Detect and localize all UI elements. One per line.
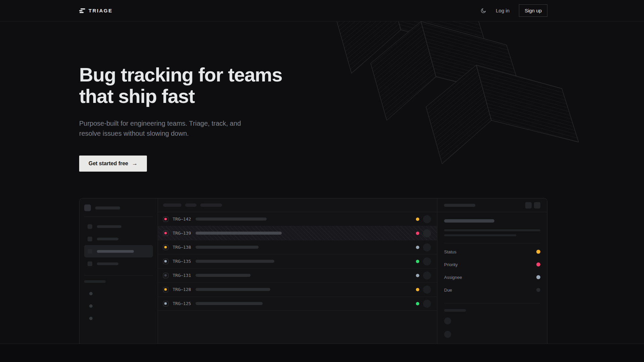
property-label: Status xyxy=(444,249,457,254)
status-dot xyxy=(416,260,419,263)
property-value-dot xyxy=(536,288,540,292)
property-label: Assignee xyxy=(444,275,462,280)
top-nav: TRIAGE Log in Sign up xyxy=(0,0,644,21)
nav-label-skeleton xyxy=(97,250,134,253)
mockup-sidebar xyxy=(79,198,158,344)
detail-action-button-placeholder xyxy=(525,202,532,208)
issue-title-skeleton xyxy=(196,288,270,291)
signup-button[interactable]: Sign up xyxy=(519,4,547,17)
workspace-avatar-placeholder xyxy=(84,204,91,211)
property-row: Due xyxy=(444,284,540,296)
hero-title-line1: Bug tracking for teams xyxy=(79,64,282,85)
sidebar-divider xyxy=(84,275,153,276)
detail-header-skeleton xyxy=(444,204,475,207)
sidebar-nav-item xyxy=(84,257,153,270)
hero-subtitle-line1: Purpose-built for engineering teams. Tri… xyxy=(79,120,241,127)
mockup-workspace-row xyxy=(84,204,153,211)
status-dot xyxy=(416,288,419,291)
brand-name: TRIAGE xyxy=(89,8,113,13)
detail-divider xyxy=(444,303,540,303)
nav-label-skeleton xyxy=(97,262,118,265)
get-started-button[interactable]: Get started free → xyxy=(79,156,147,172)
mockup-detail-panel: Status Priority Assignee Due xyxy=(437,198,547,344)
issue-type-icon xyxy=(163,259,168,264)
detail-section-skeleton xyxy=(444,309,466,312)
arrow-right-icon: → xyxy=(132,160,138,167)
brand-logo[interactable]: TRIAGE xyxy=(79,8,113,14)
hero-title-line2: that ship fast xyxy=(79,85,195,107)
issue-id: TRG–128 xyxy=(173,287,194,292)
footer xyxy=(0,344,644,362)
detail-action-button-placeholder xyxy=(534,202,540,208)
issue-title-skeleton xyxy=(196,246,259,249)
detail-title-skeleton xyxy=(444,219,494,223)
issue-row: TRG–138 xyxy=(158,240,437,254)
theme-toggle-moon-icon[interactable] xyxy=(480,8,486,14)
property-value-dot xyxy=(536,250,540,254)
detail-header xyxy=(437,198,547,212)
detail-body: Status Priority Assignee Due xyxy=(437,219,547,338)
issue-type-icon xyxy=(163,301,168,306)
issue-type-icon xyxy=(163,245,168,250)
sidebar-divider xyxy=(84,217,153,217)
status-dot xyxy=(416,218,419,221)
sidebar-nav-item xyxy=(84,220,153,233)
assignee-avatar xyxy=(423,300,431,308)
status-dot xyxy=(416,302,419,305)
issue-id: TRG–138 xyxy=(173,245,194,250)
toolbar-pill-skeleton xyxy=(200,203,222,207)
property-value-dot xyxy=(536,262,540,266)
issue-id: TRG–125 xyxy=(173,301,194,306)
hero-subtitle-line2: resolve issues without slowing down. xyxy=(79,130,189,137)
nav-icon-placeholder xyxy=(88,261,92,266)
nav-actions: Log in Sign up xyxy=(480,4,547,17)
property-row: Status xyxy=(444,245,540,258)
status-dot xyxy=(416,274,419,277)
issue-title-skeleton xyxy=(196,302,263,305)
nav-label-skeleton xyxy=(97,225,121,228)
property-label: Due xyxy=(444,288,452,293)
issue-title-skeleton xyxy=(196,274,251,277)
issue-id: TRG–139 xyxy=(173,231,194,236)
comment-avatar-placeholder xyxy=(444,317,451,324)
issue-row: TRG–125 xyxy=(158,297,437,311)
assignee-avatar xyxy=(423,257,431,265)
issue-title-skeleton xyxy=(196,232,282,235)
login-link[interactable]: Log in xyxy=(496,8,509,13)
toolbar-pill-skeleton xyxy=(163,203,181,207)
issue-type-icon xyxy=(163,217,168,222)
issue-row: TRG–135 xyxy=(158,254,437,268)
issue-type-icon xyxy=(163,231,168,236)
get-started-label: Get started free xyxy=(89,161,128,167)
hero-section: Bug tracking for teams that ship fast Pu… xyxy=(0,21,644,344)
sidebar-section-label-skeleton xyxy=(84,280,106,283)
sidebar-dot-placeholder xyxy=(89,292,93,295)
toolbar-pill-skeleton xyxy=(185,203,197,207)
sidebar-dot-placeholder xyxy=(89,317,93,320)
app-mockup: TRG–142 TRG–139 TRG–138 xyxy=(79,198,547,344)
assignee-avatar xyxy=(423,272,431,280)
issue-id: TRG–142 xyxy=(173,217,194,222)
issue-type-icon xyxy=(163,287,168,292)
assignee-avatar xyxy=(423,215,431,223)
property-value-dot xyxy=(536,275,540,279)
detail-text-skeleton xyxy=(444,229,540,231)
issue-row: TRG–142 xyxy=(158,212,437,226)
assignee-avatar xyxy=(423,229,431,237)
property-row: Assignee xyxy=(444,271,540,284)
issue-title-skeleton xyxy=(196,218,267,221)
sidebar-nav-item xyxy=(84,233,153,245)
hero-subtitle: Purpose-built for engineering teams. Tri… xyxy=(79,118,241,138)
status-dot xyxy=(416,246,419,249)
assignee-avatar xyxy=(423,243,431,251)
issue-id: TRG–131 xyxy=(173,273,194,278)
issue-type-icon xyxy=(163,273,168,278)
nav-icon-placeholder xyxy=(88,237,92,241)
issue-row: TRG–139 xyxy=(158,226,437,240)
comment-avatar-placeholder xyxy=(444,331,451,338)
property-row: Priority xyxy=(444,258,540,271)
triage-logo-icon xyxy=(79,8,85,14)
issue-list-toolbar xyxy=(158,198,437,212)
nav-icon-placeholder xyxy=(88,249,92,254)
issue-row: TRG–128 xyxy=(158,283,437,297)
